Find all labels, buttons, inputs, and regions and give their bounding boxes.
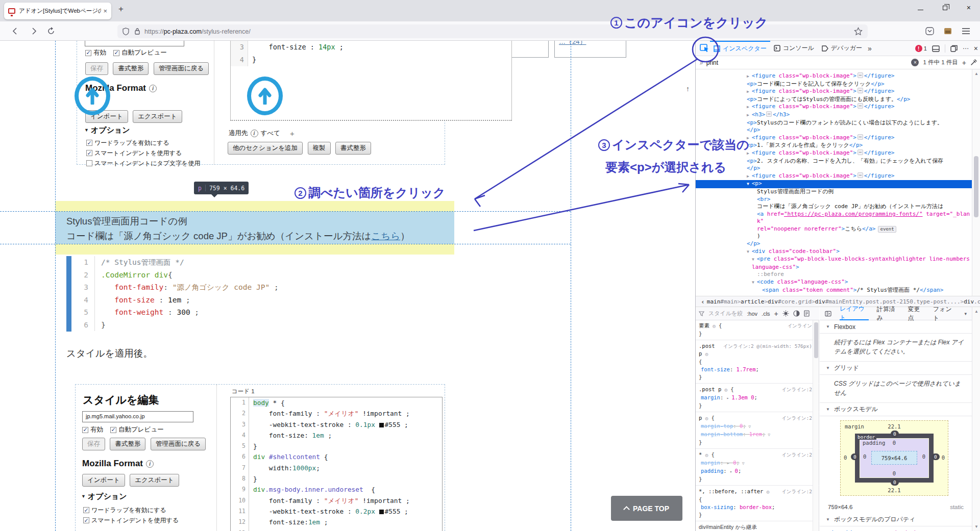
new-tab-button[interactable]: + xyxy=(118,4,124,14)
css-rule-row[interactable]: } xyxy=(696,373,819,381)
tab-layout[interactable]: レイアウト xyxy=(840,307,869,320)
css-rule-row[interactable]: .post p ◎ {インライン:2 xyxy=(696,386,819,394)
light-theme-icon[interactable] xyxy=(782,310,789,317)
devtools-close-icon[interactable]: × xyxy=(974,44,978,53)
css-rule-row[interactable]: } xyxy=(696,330,819,338)
error-badge[interactable]: !1 xyxy=(915,45,927,52)
markup-row[interactable]: ▶ <figure class="wp-block-image">⋯</figu… xyxy=(696,103,972,111)
back-button[interactable] xyxy=(11,21,19,41)
window-minimize-icon[interactable] xyxy=(918,10,923,10)
flexbox-section-header[interactable]: ▼Flexbox xyxy=(820,320,972,334)
tab-debugger[interactable]: デバッガー xyxy=(818,41,866,56)
tab-console[interactable]: コンソール xyxy=(770,41,818,56)
rules-scrollbar[interactable] xyxy=(813,320,819,531)
css-rule-row[interactable]: } xyxy=(696,439,819,446)
markup-scrollbar[interactable]: ▲ xyxy=(972,69,980,296)
add-rule-button[interactable]: + xyxy=(774,310,778,318)
grid-section-header[interactable]: ▼グリッド xyxy=(820,362,972,375)
kochira-link[interactable]: こちら xyxy=(371,231,400,241)
css-rule-row[interactable]: box-sizing: border-box; xyxy=(696,503,819,511)
sidebar-toggle-icon[interactable] xyxy=(825,311,831,317)
css-rule-row[interactable]: margin-top: 0; ▽ xyxy=(696,422,819,431)
markup-row[interactable]: </p> xyxy=(696,165,972,172)
node-picker-icon[interactable] xyxy=(700,44,710,53)
dark-theme-icon[interactable] xyxy=(793,310,800,317)
markup-row[interactable]: ▶ <figure class="wp-block-image">⋯</figu… xyxy=(696,72,972,81)
markup-row[interactable]: <p>コードによってはStylusの管理画面にも反映します。</p> xyxy=(696,96,972,104)
layout-scrollbar[interactable]: ▲ ▼ xyxy=(972,307,980,531)
markup-row[interactable]: コード欄は「源ノ角ゴシック code JP」がお勧め（インストール方法は xyxy=(696,203,972,211)
markup-row[interactable]: <p>2. スタイルの名称、コードを入力し、「有効」にチェックを入れて保存 xyxy=(696,158,972,165)
css-rule-row[interactable]: { xyxy=(696,496,819,503)
css-rule-row[interactable]: * ◎ {インライン:2 xyxy=(696,451,819,459)
markup-row[interactable]: </p> xyxy=(696,127,972,134)
window-restore-icon[interactable] xyxy=(943,6,947,10)
css-rule-row[interactable]: .postインライン:2 @(min-width: 576px) xyxy=(696,342,819,350)
markup-row[interactable]: <a href="https://pc-plaza.com/programmin… xyxy=(696,211,972,225)
markup-row[interactable]: <p>コード欄にコードを記入して保存をクリック</p> xyxy=(696,81,972,88)
markup-row[interactable]: ▶ <figure class="wp-block-image">⋯</figu… xyxy=(696,172,972,181)
clipped-link[interactable]: …（24） xyxy=(555,41,626,46)
markup-search-bar[interactable]: ⌕ print × 1 件中 1 件目 + xyxy=(696,56,980,69)
eyedropper-icon[interactable] xyxy=(970,59,977,66)
css-rule-row[interactable]: 要素 ◎ {インライン xyxy=(696,322,819,330)
markup-row[interactable]: ::before xyxy=(696,271,972,279)
css-rule-row[interactable]: } xyxy=(696,511,819,519)
css-rule-row[interactable]: } xyxy=(696,402,819,410)
markup-row[interactable]: Stylus管理画面用コードの例 xyxy=(696,188,972,196)
tab-computed[interactable]: 計算済み xyxy=(877,305,900,322)
boxmodel-section-header[interactable]: ▼ボックスモデル xyxy=(820,403,972,416)
css-rule-row[interactable]: } xyxy=(696,475,819,483)
css-rule-row[interactable]: p ◎ xyxy=(696,350,819,358)
window-close-icon[interactable]: × xyxy=(967,5,971,10)
css-rule-row[interactable]: font-size: 1.7rem; xyxy=(696,366,819,373)
web-page: …（4） …（24） ✓有効 ✓自動プレビュー 保存 書式整形 管理画面に戻る … xyxy=(0,41,695,531)
pocket-icon[interactable] xyxy=(925,21,934,41)
tab-overflow-icon[interactable]: ▾ xyxy=(964,311,967,316)
pseudo-class-button[interactable]: :hov xyxy=(747,311,757,317)
meatball-menu-icon[interactable]: ⋯ xyxy=(963,45,969,52)
bookmark-star-icon[interactable] xyxy=(854,27,863,36)
page-top-button[interactable]: PAGE TOP xyxy=(611,496,682,521)
markup-row[interactable]: ▶ <h3>⋯</h3> xyxy=(696,111,972,119)
class-toggle-button[interactable]: .cls xyxy=(762,311,770,317)
markup-row[interactable]: <p>Stylusのコード欄のフォントが読みにくい場合は以下のようにします。 xyxy=(696,119,972,127)
css-rule-row[interactable]: margin-bottom: 1rem; ▽ xyxy=(696,431,819,439)
markup-row[interactable]: rel="noopener noreferrer">こちら</a>event xyxy=(696,225,972,233)
responsive-mode-icon[interactable] xyxy=(950,45,958,52)
markup-row[interactable]: ) xyxy=(696,233,972,240)
extension-icon[interactable] xyxy=(944,21,952,41)
css-rule-row[interactable]: { xyxy=(696,358,819,366)
css-rule-row[interactable]: margin: ▸ 0; ▽ xyxy=(696,459,819,467)
markup-row[interactable]: ▼ <code class="language-css"> xyxy=(696,279,972,287)
forward-button[interactable] xyxy=(30,21,38,41)
annotation-step2: 2調べたい箇所をクリック xyxy=(295,185,446,201)
markup-row[interactable]: <br> xyxy=(696,196,972,204)
markup-row[interactable]: </p> xyxy=(696,240,972,248)
css-rule-row[interactable]: p ◎ {インライン:2 xyxy=(696,414,819,422)
split-console-icon[interactable] xyxy=(932,45,940,52)
markup-row[interactable]: ▼ <div class="code-toolbar"> xyxy=(696,248,972,256)
reload-button[interactable] xyxy=(47,21,55,41)
css-rule-row[interactable]: *, ::before, ::after ◎インライン:2 xyxy=(696,488,819,496)
menu-hamburger-icon[interactable] xyxy=(962,21,970,41)
clear-search-icon[interactable]: × xyxy=(911,59,919,66)
css-rule-row[interactable]: padding: ▸ 0; xyxy=(696,467,819,475)
css-rule-row[interactable]: margin: ▸ 1.3em 0; xyxy=(696,394,819,402)
filter-styles-input[interactable]: スタイルを絞 xyxy=(708,310,743,317)
grid-hint: CSS グリッドはこのページで使用されていません xyxy=(820,375,972,403)
css-rule-row[interactable]: div#mainEntity から継承 xyxy=(696,523,819,531)
markup-row[interactable]: ▼ <pre class="wp-block-luxe-blocks-synta… xyxy=(696,256,972,271)
tab-close-icon[interactable]: × xyxy=(103,7,107,15)
more-tabs-icon[interactable]: » xyxy=(868,44,872,53)
markup-row[interactable]: <span class="token comment">/* Stylus管理画… xyxy=(696,287,972,294)
tab-inspector[interactable]: インスペクター xyxy=(710,41,770,56)
new-node-icon[interactable]: + xyxy=(962,59,966,67)
browser-tab[interactable]: アドオン[Stylus]でWebページのフォン × xyxy=(4,3,111,19)
markup-row[interactable]: ▶ <figure class="wp-block-image">⋯</figu… xyxy=(696,88,972,96)
markup-row[interactable]: ▼ <p> xyxy=(696,180,972,188)
print-simulation-icon[interactable] xyxy=(804,310,810,317)
tab-changes[interactable]: 変更点 xyxy=(908,305,925,322)
tab-fonts[interactable]: フォント xyxy=(933,305,957,322)
boxmodel-props-header[interactable]: ▼ボックスモデルのプロパティ xyxy=(820,513,972,526)
